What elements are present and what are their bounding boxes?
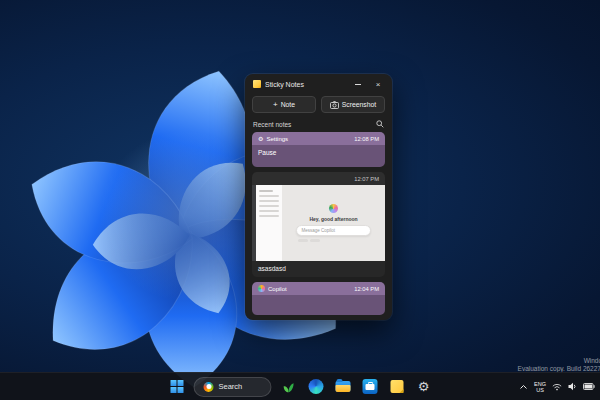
- note-text: asasdasd: [258, 265, 286, 272]
- watermark-line1: Windows: [518, 357, 600, 365]
- taskbar-app-plant[interactable]: [279, 377, 299, 397]
- copilot-greeting: Hey, good afternoon: [309, 216, 357, 222]
- camera-icon: [330, 101, 339, 109]
- screenshot-thumbnail: Hey, good afternoon Message Copilot: [252, 185, 385, 261]
- notes-list[interactable]: ⚙ Settings 12:08 PM Pause 12:07 PM: [245, 132, 392, 320]
- volume-icon[interactable]: [568, 382, 577, 391]
- taskbar-app-file-explorer[interactable]: [333, 377, 353, 397]
- taskbar: Search ⚙: [0, 372, 600, 400]
- note-body: [252, 295, 385, 315]
- taskbar-app-settings[interactable]: ⚙: [414, 377, 434, 397]
- copilot-page: Hey, good afternoon Message Copilot: [282, 185, 385, 261]
- desktop: Windows Evaluation copy. Build 26227.ge …: [0, 0, 600, 400]
- note-app-name: Settings: [266, 136, 288, 142]
- note-body: asasdasd: [252, 261, 385, 277]
- edge-icon: [308, 379, 323, 394]
- note-timestamp: 12:07 PM: [354, 176, 379, 182]
- note-timestamp: 12:04 PM: [354, 286, 379, 292]
- language-indicator[interactable]: ENG US: [534, 381, 546, 393]
- note-header: ⚙ Settings 12:08 PM: [252, 132, 385, 145]
- language-region: US: [536, 387, 544, 393]
- gear-icon: ⚙: [258, 136, 263, 142]
- windows-logo-icon: [170, 380, 183, 393]
- copilot-input: Message Copilot: [296, 225, 370, 236]
- recent-notes-row: Recent notes: [245, 118, 392, 132]
- search-notes-icon[interactable]: [376, 120, 384, 128]
- note-text: Pause: [258, 149, 276, 156]
- search-icon: [204, 382, 214, 392]
- plant-icon: [282, 380, 296, 394]
- battery-icon[interactable]: [583, 383, 595, 390]
- note-app-name: Copilot: [268, 286, 287, 292]
- new-note-button[interactable]: + Note: [252, 96, 316, 113]
- titlebar[interactable]: Sticky Notes ×: [245, 74, 392, 94]
- window-title: Sticky Notes: [265, 81, 346, 88]
- note-timestamp: 12:08 PM: [354, 136, 379, 142]
- screenshot-button[interactable]: Screenshot: [321, 96, 385, 113]
- close-button[interactable]: ×: [370, 77, 386, 91]
- taskbar-search[interactable]: Search: [194, 377, 272, 397]
- tray-chevron-up-icon[interactable]: [519, 384, 528, 390]
- taskbar-app-store[interactable]: [360, 377, 380, 397]
- note-card-copilot[interactable]: Copilot 12:04 PM: [252, 282, 385, 315]
- plus-icon: +: [273, 101, 278, 109]
- minimize-icon: [355, 84, 361, 85]
- settings-gear-icon: ⚙: [418, 380, 430, 393]
- browser-sidebar: [256, 185, 282, 261]
- system-tray: ENG US: [519, 373, 595, 400]
- taskbar-app-sticky-notes[interactable]: [387, 377, 407, 397]
- file-explorer-icon: [335, 381, 350, 392]
- copilot-logo-icon: [329, 204, 338, 213]
- toolbar: + Note Screenshot: [245, 94, 392, 118]
- taskbar-center: Search ⚙: [167, 373, 434, 400]
- recent-notes-label: Recent notes: [253, 121, 291, 128]
- sticky-notes-window: Sticky Notes × + Note Screenshot Recent …: [245, 74, 392, 320]
- evaluation-watermark: Windows Evaluation copy. Build 26227.ge: [518, 357, 600, 373]
- copilot-icon: [258, 285, 265, 292]
- screenshot-label: Screenshot: [342, 101, 376, 108]
- new-note-label: Note: [281, 101, 295, 108]
- suggestion-chips: [298, 239, 320, 242]
- wifi-icon[interactable]: [552, 383, 562, 391]
- note-header: Copilot 12:04 PM: [252, 282, 385, 295]
- note-card-settings[interactable]: ⚙ Settings 12:08 PM Pause: [252, 132, 385, 167]
- copilot-input-placeholder: Message Copilot: [301, 228, 335, 233]
- sticky-notes-app-icon: [253, 80, 261, 88]
- note-card-screenshot[interactable]: 12:07 PM Hey, good afternoon Message Cop…: [252, 172, 385, 277]
- sticky-notes-icon: [390, 380, 403, 393]
- store-icon: [362, 379, 377, 394]
- note-body: Pause: [252, 145, 385, 167]
- search-label: Search: [219, 382, 243, 391]
- minimize-button[interactable]: [350, 77, 366, 91]
- start-button[interactable]: [167, 377, 187, 397]
- taskbar-app-edge[interactable]: [306, 377, 326, 397]
- note-header: 12:07 PM: [252, 172, 385, 185]
